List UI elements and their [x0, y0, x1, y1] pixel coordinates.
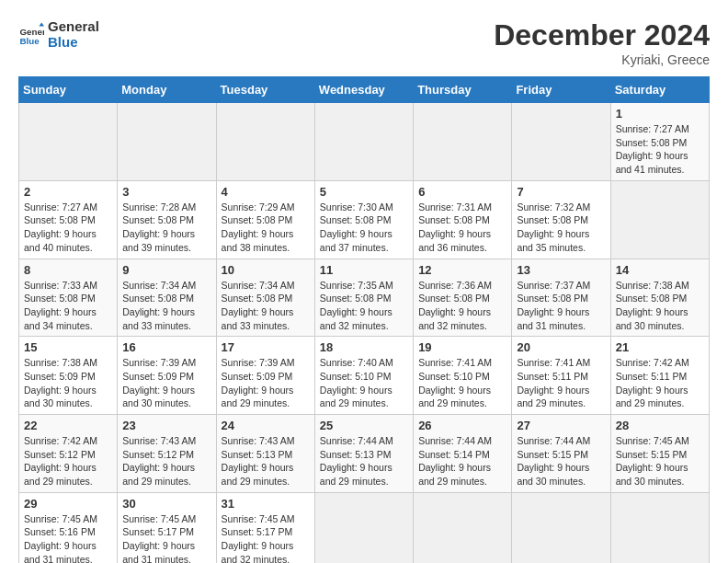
day-cell: 16Sunrise: 7:39 AMSunset: 5:09 PMDayligh… — [118, 337, 216, 415]
day-cell: 25Sunrise: 7:44 AMSunset: 5:13 PMDayligh… — [314, 415, 413, 493]
empty-cell — [19, 103, 118, 181]
logo: General Blue General Blue — [18, 18, 99, 50]
day-header-friday: Friday — [512, 77, 610, 103]
day-header-saturday: Saturday — [610, 77, 709, 103]
day-info: Sunrise: 7:43 AMSunset: 5:12 PMDaylight:… — [122, 434, 210, 488]
day-info: Sunrise: 7:38 AMSunset: 5:09 PMDaylight:… — [24, 356, 112, 410]
location: Kyriaki, Greece — [494, 52, 710, 67]
day-cell: 20Sunrise: 7:41 AMSunset: 5:11 PMDayligh… — [512, 337, 610, 415]
day-info: Sunrise: 7:34 AMSunset: 5:08 PMDaylight:… — [222, 279, 310, 333]
day-cell: 12Sunrise: 7:36 AMSunset: 5:08 PMDayligh… — [414, 259, 512, 337]
day-cell: 6Sunrise: 7:31 AMSunset: 5:08 PMDaylight… — [414, 180, 512, 259]
day-info: Sunrise: 7:44 AMSunset: 5:14 PMDaylight:… — [418, 434, 506, 488]
day-number: 23 — [122, 419, 210, 432]
day-info: Sunrise: 7:36 AMSunset: 5:08 PMDaylight:… — [418, 279, 506, 333]
month-title: December 2024 — [494, 18, 710, 52]
day-info: Sunrise: 7:42 AMSunset: 5:11 PMDaylight:… — [616, 356, 704, 410]
day-cell: 5Sunrise: 7:30 AMSunset: 5:08 PMDaylight… — [314, 180, 413, 259]
day-info: Sunrise: 7:38 AMSunset: 5:08 PMDaylight:… — [616, 279, 704, 333]
calendar-week-3: 8Sunrise: 7:33 AMSunset: 5:08 PMDaylight… — [19, 259, 710, 337]
day-info: Sunrise: 7:33 AMSunset: 5:08 PMDaylight:… — [24, 279, 112, 333]
day-header-monday: Monday — [118, 77, 216, 103]
day-header-sunday: Sunday — [19, 77, 118, 103]
day-number: 31 — [222, 497, 310, 511]
day-info: Sunrise: 7:29 AMSunset: 5:08 PMDaylight:… — [222, 201, 310, 255]
logo-general: General — [48, 18, 99, 34]
day-cell — [414, 492, 512, 563]
day-cell: 27Sunrise: 7:44 AMSunset: 5:15 PMDayligh… — [512, 415, 610, 493]
day-cell: 15Sunrise: 7:38 AMSunset: 5:09 PMDayligh… — [19, 337, 118, 415]
day-cell — [610, 180, 709, 259]
day-number: 25 — [320, 419, 408, 432]
title-block: December 2024 Kyriaki, Greece — [494, 18, 710, 67]
day-info: Sunrise: 7:41 AMSunset: 5:11 PMDaylight:… — [517, 356, 605, 410]
day-number: 15 — [24, 340, 112, 354]
day-number: 10 — [222, 263, 310, 277]
day-number: 19 — [418, 340, 506, 354]
day-number: 8 — [24, 263, 112, 277]
day-cell: 13Sunrise: 7:37 AMSunset: 5:08 PMDayligh… — [512, 259, 610, 337]
calendar-week-2: 2Sunrise: 7:27 AMSunset: 5:08 PMDaylight… — [19, 180, 710, 259]
day-info: Sunrise: 7:37 AMSunset: 5:08 PMDaylight:… — [517, 279, 605, 333]
day-cell-1: 1Sunrise: 7:27 AMSunset: 5:08 PMDaylight… — [610, 103, 709, 181]
day-cell: 26Sunrise: 7:44 AMSunset: 5:14 PMDayligh… — [414, 415, 512, 493]
day-info: Sunrise: 7:39 AMSunset: 5:09 PMDaylight:… — [122, 356, 210, 410]
empty-cell — [118, 103, 216, 181]
empty-cell — [414, 103, 512, 181]
day-cell — [610, 492, 709, 563]
day-number: 5 — [320, 185, 408, 199]
calendar-week-6: 29Sunrise: 7:45 AMSunset: 5:16 PMDayligh… — [19, 492, 710, 563]
svg-marker-2 — [39, 22, 44, 26]
day-cell — [314, 492, 413, 563]
day-header-wednesday: Wednesday — [314, 77, 413, 103]
day-cell: 19Sunrise: 7:41 AMSunset: 5:10 PMDayligh… — [414, 337, 512, 415]
day-info: Sunrise: 7:45 AMSunset: 5:15 PMDaylight:… — [616, 434, 704, 488]
logo-blue: Blue — [48, 34, 99, 50]
day-cell: 7Sunrise: 7:32 AMSunset: 5:08 PMDaylight… — [512, 180, 610, 259]
day-info: Sunrise: 7:41 AMSunset: 5:10 PMDaylight:… — [418, 356, 506, 410]
day-number: 26 — [418, 419, 506, 432]
empty-cell — [216, 103, 314, 181]
day-info: Sunrise: 7:45 AMSunset: 5:17 PMDaylight:… — [222, 512, 310, 563]
calendar-week-1: 1Sunrise: 7:27 AMSunset: 5:08 PMDaylight… — [19, 103, 710, 181]
day-info: Sunrise: 7:27 AMSunset: 5:08 PMDaylight:… — [616, 122, 704, 177]
day-cell: 29Sunrise: 7:45 AMSunset: 5:16 PMDayligh… — [19, 492, 118, 563]
empty-cell — [512, 103, 610, 181]
day-cell — [512, 492, 610, 563]
day-number: 29 — [24, 497, 112, 511]
day-number: 30 — [122, 497, 210, 511]
day-info: Sunrise: 7:27 AMSunset: 5:08 PMDaylight:… — [24, 201, 112, 255]
day-cell: 24Sunrise: 7:43 AMSunset: 5:13 PMDayligh… — [216, 415, 314, 493]
day-info: Sunrise: 7:39 AMSunset: 5:09 PMDaylight:… — [222, 356, 310, 410]
day-cell: 14Sunrise: 7:38 AMSunset: 5:08 PMDayligh… — [610, 259, 709, 337]
calendar-week-4: 15Sunrise: 7:38 AMSunset: 5:09 PMDayligh… — [19, 337, 710, 415]
day-info: Sunrise: 7:31 AMSunset: 5:08 PMDaylight:… — [418, 201, 506, 255]
day-cell: 28Sunrise: 7:45 AMSunset: 5:15 PMDayligh… — [610, 415, 709, 493]
day-cell: 8Sunrise: 7:33 AMSunset: 5:08 PMDaylight… — [19, 259, 118, 337]
day-cell: 9Sunrise: 7:34 AMSunset: 5:08 PMDaylight… — [118, 259, 216, 337]
day-number: 6 — [418, 185, 506, 199]
day-number: 17 — [222, 340, 310, 354]
day-number: 4 — [222, 185, 310, 199]
day-info: Sunrise: 7:35 AMSunset: 5:08 PMDaylight:… — [320, 279, 408, 333]
day-cell: 30Sunrise: 7:45 AMSunset: 5:17 PMDayligh… — [118, 492, 216, 563]
day-number: 3 — [122, 185, 210, 199]
calendar-week-5: 22Sunrise: 7:42 AMSunset: 5:12 PMDayligh… — [19, 415, 710, 493]
day-cell: 18Sunrise: 7:40 AMSunset: 5:10 PMDayligh… — [314, 337, 413, 415]
day-info: Sunrise: 7:45 AMSunset: 5:17 PMDaylight:… — [122, 512, 210, 563]
day-info: Sunrise: 7:44 AMSunset: 5:13 PMDaylight:… — [320, 434, 408, 488]
day-number: 12 — [418, 263, 506, 277]
day-number: 11 — [320, 263, 408, 277]
day-info: Sunrise: 7:30 AMSunset: 5:08 PMDaylight:… — [320, 201, 408, 255]
day-number: 13 — [517, 263, 605, 277]
day-header-thursday: Thursday — [414, 77, 512, 103]
calendar-header: SundayMondayTuesdayWednesdayThursdayFrid… — [19, 77, 710, 103]
day-number: 14 — [616, 263, 704, 277]
empty-cell — [314, 103, 413, 181]
day-info: Sunrise: 7:34 AMSunset: 5:08 PMDaylight:… — [122, 279, 210, 333]
day-cell: 4Sunrise: 7:29 AMSunset: 5:08 PMDaylight… — [216, 180, 314, 259]
day-number: 18 — [320, 340, 408, 354]
day-number: 9 — [122, 263, 210, 277]
day-number: 1 — [616, 107, 704, 121]
day-number: 22 — [24, 419, 112, 432]
